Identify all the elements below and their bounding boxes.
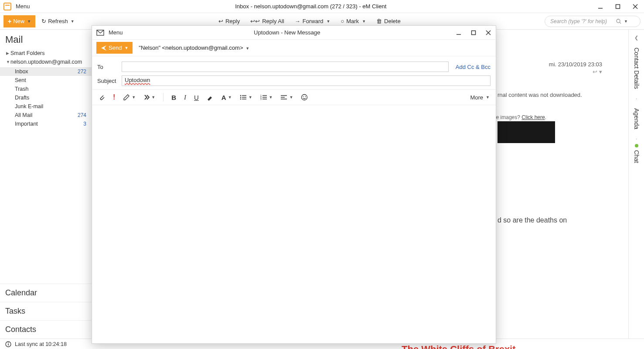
folder-inbox[interactable]: Inbox272 [0, 67, 92, 76]
agenda-tab[interactable]: Agenda [633, 104, 640, 133]
window-minimize-button[interactable] [592, 0, 609, 13]
italic-button[interactable]: I [184, 94, 186, 101]
collapse-right-icon[interactable]: ❮ [634, 35, 638, 41]
search-icon [616, 19, 621, 24]
font-color-button[interactable]: A▼ [221, 94, 232, 101]
mark-button[interactable]: ○ Mark ▼ [341, 18, 366, 24]
svg-rect-1 [616, 4, 620, 8]
svg-marker-14 [101, 45, 106, 51]
separator-dot: · [636, 136, 637, 141]
mark-icon: ○ [341, 18, 344, 24]
number-list-button[interactable]: 123▼ [260, 94, 273, 100]
folder-count: 274 [78, 112, 86, 118]
forward-button[interactable]: → Forward ▼ [295, 18, 331, 24]
reply-all-button[interactable]: ↩↩ Reply All [250, 18, 284, 24]
new-button[interactable]: + New ▼ [3, 15, 35, 27]
window-close-button[interactable] [627, 0, 644, 13]
folder-trash[interactable]: Trash [0, 85, 92, 93]
send-button[interactable]: Send ▼ [96, 42, 133, 54]
account-label: nelson.uptodown@gmail.com [10, 59, 82, 65]
folder-junk-e-mail[interactable]: Junk E-mail [0, 102, 92, 111]
folder-label: Trash [15, 86, 29, 92]
new-button-label: New [13, 18, 24, 24]
to-label: To [97, 64, 117, 70]
contact-details-tab[interactable]: Contact Details [633, 43, 640, 93]
compose-body[interactable] [92, 105, 496, 343]
svg-point-8 [8, 342, 9, 343]
window-maximize-button[interactable] [609, 0, 627, 13]
folder-drafts[interactable]: Drafts [0, 93, 92, 102]
folder-all-mail[interactable]: All Mail274 [0, 111, 92, 120]
account-node[interactable]: ▼ nelson.uptodown@gmail.com [0, 58, 92, 66]
quick-text-icon[interactable]: ▼ [143, 94, 155, 100]
subject-value: Uptodown [125, 77, 150, 83]
separator-dot: · [636, 96, 637, 101]
svg-point-34 [305, 96, 306, 97]
reply-arrow-icon[interactable]: ↩ ▾ [593, 68, 602, 75]
subject-input[interactable]: Uptodown [122, 75, 491, 86]
folder-label: Sent [15, 77, 26, 83]
compose-maximize-button[interactable] [466, 26, 481, 40]
smart-folders[interactable]: ▶ Smart Folders [0, 49, 92, 58]
search-input[interactable]: Search (type '?' for help) ▼ [545, 16, 641, 27]
reply-all-label: Reply All [262, 18, 284, 24]
right-sidebar: ❮ Contact Details · Agenda · Chat [628, 30, 644, 339]
reply-button[interactable]: ↩ Reply [218, 18, 240, 24]
svg-rect-11 [472, 31, 476, 34]
bullet-list-button[interactable]: ▼ [240, 94, 252, 100]
bold-button[interactable]: B [171, 94, 176, 101]
email-body-text: d so are the deaths on [497, 216, 602, 224]
folder-label: Important [15, 121, 38, 127]
align-button[interactable]: ▼ [280, 94, 293, 100]
external-content-warning: rnal content was not downloaded. [497, 92, 602, 98]
from-address[interactable]: "Nelson" <nelson.uptodown@gmail.com> ▼ [139, 44, 249, 51]
chevron-down-icon: ▼ [6, 60, 10, 64]
folder-count: 3 [83, 121, 86, 127]
svg-point-32 [302, 95, 307, 100]
calendar-section[interactable]: Calendar [0, 284, 92, 302]
refresh-button[interactable]: ↻ Refresh ▼ [41, 18, 74, 24]
folder-important[interactable]: Important3 [0, 120, 92, 128]
compose-window: Menu Uptodown - New Message Send ▼ "Nels… [92, 25, 496, 344]
compose-minimize-button[interactable] [451, 26, 466, 40]
add-cc-bcc-link[interactable]: Add Cc & Bcc [456, 64, 491, 70]
click-here-link[interactable]: Click here [521, 114, 545, 120]
text-highlight-icon[interactable] [207, 94, 214, 101]
chevron-down-icon: ▼ [245, 46, 249, 51]
more-formatting-button[interactable]: More▼ [470, 94, 490, 101]
main-menu-button[interactable]: Menu [16, 3, 30, 10]
to-input[interactable] [122, 62, 449, 72]
forward-icon: → [295, 18, 300, 24]
sidebar: Mail ▶ Smart Folders ▼ nelson.uptodown@g… [0, 30, 92, 339]
status-online-icon [635, 144, 638, 147]
highlight-icon[interactable]: ▼ [123, 94, 136, 101]
chevron-down-icon: ▼ [71, 19, 75, 24]
folder-sent[interactable]: Sent [0, 76, 92, 85]
underline-button[interactable]: U [194, 94, 199, 101]
reply-icon: ↩ [218, 18, 223, 24]
title-bar: Menu Inbox - nelson.uptodown@gmail.com (… [0, 0, 644, 13]
delete-label: Delete [384, 18, 401, 24]
svg-marker-15 [124, 95, 129, 100]
delete-button[interactable]: 🗑 Delete [376, 18, 401, 24]
folder-label: Junk E-mail [15, 103, 43, 109]
svg-point-33 [303, 96, 304, 97]
chevron-right-icon: ▶ [6, 51, 10, 55]
chevron-down-icon: ▼ [27, 19, 31, 24]
tasks-section[interactable]: Tasks [0, 302, 92, 320]
chat-tab[interactable]: Chat [633, 149, 640, 168]
email-header-image [497, 121, 555, 143]
svg-point-21 [240, 99, 241, 100]
smart-folders-label: Smart Folders [10, 50, 45, 56]
priority-icon[interactable]: ! [113, 93, 115, 101]
folder-label: All Mail [15, 112, 32, 118]
compose-menu-button[interactable]: Menu [109, 29, 123, 36]
contacts-section[interactable]: Contacts [0, 320, 92, 339]
folder-label: Drafts [15, 95, 29, 101]
svg-marker-16 [208, 96, 212, 101]
emoji-button[interactable] [301, 94, 308, 101]
attach-icon[interactable] [98, 94, 105, 101]
send-label: Send [109, 44, 122, 51]
compose-close-button[interactable] [481, 26, 496, 40]
svg-point-17 [240, 95, 241, 96]
